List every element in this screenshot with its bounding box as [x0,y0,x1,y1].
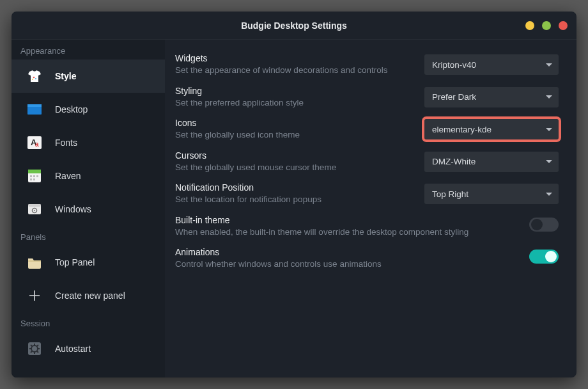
combo-value: Top Right [432,189,468,199]
titlebar: Budgie Desktop Settings [12,12,576,40]
svg-line-28 [37,345,38,346]
setting-title: Notification Position [175,182,412,193]
widgets-combobox[interactable]: Kripton-v40 [424,54,559,75]
setting-animations: Animations Control whether windows and c… [175,242,559,275]
window-title: Budgie Desktop Settings [241,20,347,31]
combo-value: elementary-kde [432,125,491,134]
sidebar-item-windows[interactable]: Windows [12,193,165,226]
sidebar-item-autostart[interactable]: Autostart [12,332,165,365]
sidebar-item-label: Fonts [55,138,77,148]
tshirt-icon [26,67,43,85]
svg-rect-11 [33,175,35,177]
plus-icon [26,287,43,305]
svg-point-0 [33,77,35,79]
chevron-down-icon [546,63,552,67]
setting-widgets: Widgets Set the appearance of window dec… [175,49,559,81]
setting-notification-position: Notification Position Set the location f… [175,178,559,210]
setting-cursors: Cursors Set the globally used mouse curs… [175,146,559,179]
setting-desc: Set the preferred application style [175,97,412,109]
setting-title: Icons [175,118,412,128]
sidebar-item-label: Create new panel [55,290,125,301]
combo-value: DMZ-White [432,157,476,166]
settings-window: Budgie Desktop Settings Appearance Style… [12,12,576,377]
svg-point-1 [35,78,36,79]
chevron-down-icon [546,160,552,163]
sidebar-item-label: Top Panel [55,257,95,267]
svg-rect-14 [33,179,35,180]
maximize-button[interactable] [542,21,551,30]
animations-switch[interactable] [529,250,559,264]
fonts-icon: Aa [26,134,43,152]
setting-title: Animations [175,247,516,257]
setting-desc: Set the globally used mouse cursor theme [175,162,412,173]
raven-icon [26,167,43,185]
svg-rect-13 [30,179,32,180]
sidebar-item-create-panel[interactable]: Create new panel [12,279,165,312]
svg-rect-16 [28,204,41,207]
cursors-combobox[interactable]: DMZ-White [424,152,559,172]
window-controls [525,12,568,39]
switch-knob [545,251,557,262]
combo-value: Kripton-v40 [432,60,476,70]
svg-point-18 [34,210,35,211]
setting-title: Built-in theme [175,215,516,225]
svg-line-29 [31,351,32,353]
chevron-down-icon [546,95,552,99]
sidebar-item-label: Windows [55,204,91,214]
setting-title: Styling [175,86,412,96]
folder-icon [26,253,43,271]
svg-point-2 [32,79,33,80]
sidebar-item-style[interactable]: Style [12,60,165,93]
svg-line-27 [37,351,38,353]
sidebar-item-fonts[interactable]: Aa Fonts [12,126,165,159]
notification-position-combobox[interactable]: Top Right [424,184,559,204]
setting-title: Cursors [175,150,412,161]
setting-built-in-theme: Built-in theme When enabled, the built-i… [175,210,559,243]
chevron-down-icon [546,193,552,196]
content-area: Widgets Set the appearance of window dec… [165,40,576,377]
gear-icon [26,340,43,358]
styling-combobox[interactable]: Prefer Dark [424,87,559,107]
svg-rect-4 [27,104,42,107]
desktop-icon [26,100,43,118]
icons-combobox[interactable]: elementary-kde [424,119,559,139]
close-button[interactable] [559,21,568,30]
setting-desc: Control whether windows and controls use… [175,258,516,270]
setting-desc: Set the globally used icon theme [175,129,412,141]
svg-text:a: a [35,141,39,148]
sidebar-item-label: Raven [55,171,81,181]
sidebar-group-panels: Panels [12,226,165,246]
svg-rect-19 [28,260,41,262]
sidebar-group-appearance: Appearance [12,40,165,60]
sidebar-item-desktop[interactable]: Desktop [12,93,165,126]
minimize-button[interactable] [525,21,534,30]
setting-styling: Styling Set the preferred application st… [175,81,559,114]
setting-icons: Icons Set the globally used icon theme e… [175,113,559,146]
sidebar-item-top-panel[interactable]: Top Panel [12,246,165,279]
svg-rect-10 [30,175,32,177]
setting-desc: Set the location for notification popups [175,194,412,205]
svg-line-26 [31,345,32,346]
sidebar-item-label: Autostart [55,344,91,354]
sidebar-group-session: Session [12,312,165,332]
setting-desc: Set the appearance of window decorations… [175,65,412,76]
window-body: Appearance Style Desktop Aa Fonts [12,40,576,377]
built-in-theme-switch[interactable] [529,218,559,232]
switch-knob [531,219,543,230]
combo-value: Prefer Dark [432,92,476,102]
sidebar-item-label: Style [55,71,76,81]
svg-rect-9 [28,170,41,173]
windows-icon [26,200,43,218]
chevron-down-icon [546,128,552,131]
setting-desc: When enabled, the built-in theme will ov… [175,226,516,238]
sidebar: Appearance Style Desktop Aa Fonts [12,40,165,377]
sidebar-item-label: Desktop [55,104,88,115]
sidebar-item-raven[interactable]: Raven [12,159,165,193]
svg-rect-12 [36,175,38,177]
setting-title: Widgets [175,53,412,63]
